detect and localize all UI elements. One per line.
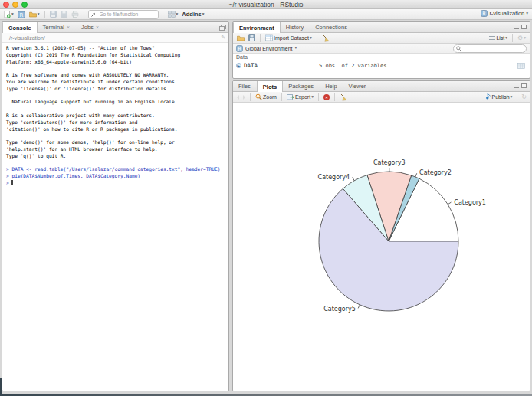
pie-label-category5: Category5 xyxy=(323,306,356,313)
console-line xyxy=(6,133,228,139)
tab-packages[interactable]: Packages xyxy=(283,81,320,91)
console-line: You are welcome to redistribute it under… xyxy=(6,79,228,86)
tab-label: Environment xyxy=(239,25,274,31)
minimize-pane-icon[interactable] xyxy=(514,87,519,88)
publish-label: Publish xyxy=(492,94,510,100)
console-line xyxy=(6,93,228,100)
list-view-button[interactable]: List ▾ xyxy=(488,34,508,43)
pie-label-category2: Category2 xyxy=(419,169,452,176)
toolbar-separator xyxy=(281,93,282,101)
new-file-button[interactable]: ▾ xyxy=(3,10,15,19)
tab-plots[interactable]: Plots xyxy=(257,81,283,92)
import-dataset-button[interactable]: Import Dataset ▾ xyxy=(264,34,313,43)
rstudio-window: ~/r-visualization - RStudio ▾ R ▾ xyxy=(0,0,532,396)
console-line xyxy=(6,106,228,113)
tab-terminal[interactable]: Terminal × xyxy=(38,22,76,32)
toolbar-separator xyxy=(318,93,319,101)
chevron-down-icon: ▾ xyxy=(310,36,312,41)
refresh-icon[interactable]: ↻ xyxy=(521,94,527,100)
tab-help[interactable]: Help xyxy=(320,81,343,91)
export-plot-button[interactable]: Export ▾ xyxy=(286,93,314,102)
tab-label: Viewer xyxy=(349,83,366,90)
toolbar-separator xyxy=(260,34,261,42)
tab-environment[interactable]: Environment xyxy=(233,22,281,33)
tab-label: History xyxy=(286,24,304,31)
publish-button[interactable]: Publish ▾ xyxy=(484,93,514,102)
svg-text:R: R xyxy=(19,12,23,18)
tab-viewer[interactable]: Viewer xyxy=(343,81,373,91)
r-project-icon: R xyxy=(481,10,488,17)
chevron-down-icon: ▾ xyxy=(311,95,314,100)
goto-file-box[interactable] xyxy=(88,10,159,19)
tab-history[interactable]: History xyxy=(281,22,310,32)
broom-icon xyxy=(340,93,347,101)
toolbar-separator xyxy=(250,93,251,101)
pie-label-category3: Category3 xyxy=(373,159,406,166)
console-panel: Console Terminal × Jobs × ~/r-visualizat… xyxy=(2,21,229,391)
scope-selector[interactable]: Global Environment xyxy=(245,46,292,51)
close-icon[interactable]: × xyxy=(96,25,99,30)
maximize-pane-icon[interactable] xyxy=(521,25,527,29)
tab-files[interactable]: Files xyxy=(233,81,257,91)
goto-file-input[interactable] xyxy=(98,11,155,18)
tab-jobs[interactable]: Jobs × xyxy=(76,22,105,32)
pie-label-category4: Category4 xyxy=(318,174,350,181)
environment-section-header: Data xyxy=(233,54,530,61)
list-icon xyxy=(489,35,495,41)
publish-icon xyxy=(484,93,491,100)
new-project-button[interactable]: R xyxy=(17,10,26,19)
console-line: Natural language support but running in … xyxy=(6,99,228,106)
console-output[interactable]: R version 3.6.1 (2019-07-05) -- "Action … xyxy=(2,43,228,187)
remove-plot-button[interactable]: × xyxy=(323,93,330,102)
minimize-pane-icon[interactable] xyxy=(514,28,519,29)
tab-console[interactable]: Console xyxy=(2,22,38,33)
tab-connections[interactable]: Connections xyxy=(310,22,353,32)
console-line: Type 'license()' or 'licence()' for dist… xyxy=(6,86,228,93)
chevron-down-icon: ▾ xyxy=(176,12,179,17)
save-button[interactable] xyxy=(49,10,57,19)
pie-label-tick xyxy=(353,177,355,180)
addins-button[interactable]: Addins ▾ xyxy=(181,10,205,19)
console-line: Type 'contributors()' for more informati… xyxy=(6,119,228,126)
tab-label: Jobs xyxy=(81,24,94,31)
print-button[interactable] xyxy=(71,10,80,19)
clear-plots-button[interactable] xyxy=(339,93,348,102)
window-title: ~/r-visualization - RStudio xyxy=(0,1,532,8)
svg-text:R: R xyxy=(238,46,241,52)
close-icon[interactable]: × xyxy=(67,25,70,30)
plot-area: Category1Category2Category3Category4Cate… xyxy=(233,103,530,391)
environment-scope-bar: R Global Environment ▾ xyxy=(233,44,530,54)
toolbar-separator xyxy=(512,34,513,42)
console-line: > xyxy=(6,180,228,187)
pane-grid-icon xyxy=(168,11,176,18)
environment-search-box[interactable] xyxy=(453,44,527,53)
console-tabbar: Console Terminal × Jobs × xyxy=(2,22,228,33)
object-summary: 5 obs. of 2 variables xyxy=(319,63,387,69)
open-file-button[interactable]: ▾ xyxy=(28,10,41,19)
maximize-pane-icon[interactable] xyxy=(219,25,225,30)
chevron-down-icon: ▾ xyxy=(505,36,507,41)
maximize-pane-icon[interactable] xyxy=(521,83,527,88)
printer-icon xyxy=(71,11,79,18)
save-all-button[interactable] xyxy=(60,10,68,19)
environment-object-row[interactable]: ▶ DATA 5 obs. of 2 variables xyxy=(233,61,530,70)
clear-workspace-button[interactable] xyxy=(321,34,330,43)
expand-object-icon[interactable]: ▶ xyxy=(236,63,241,68)
environment-search-input[interactable] xyxy=(463,45,523,52)
pencil-icon[interactable]: ✎ xyxy=(221,35,225,41)
r-global-env-icon: R xyxy=(236,45,243,52)
save-workspace-button[interactable] xyxy=(248,34,256,43)
previous-plot-button[interactable] xyxy=(236,93,240,102)
zoom-plot-button[interactable]: Zoom xyxy=(255,93,277,102)
gear-icon: ⚙ xyxy=(517,35,523,41)
view-table-button[interactable] xyxy=(517,63,525,69)
save-all-icon xyxy=(61,11,67,18)
folder-icon xyxy=(29,11,37,18)
refresh-environment-button[interactable]: ⚙ ▾ xyxy=(517,34,527,43)
project-menu-button[interactable]: R r-visualization ▾ xyxy=(481,10,528,17)
environment-tabbar: Environment History Connections xyxy=(233,22,530,33)
pane-layout-button[interactable]: ▾ xyxy=(167,10,179,19)
next-plot-button[interactable] xyxy=(242,93,246,102)
toolbar-separator xyxy=(334,93,335,101)
load-workspace-button[interactable] xyxy=(236,34,245,43)
